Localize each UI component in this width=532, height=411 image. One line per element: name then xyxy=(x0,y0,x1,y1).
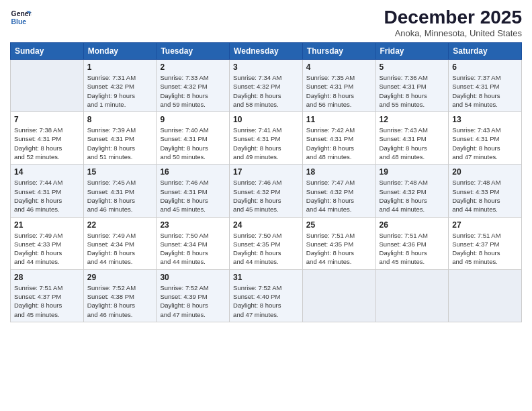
header: General Blue December 2025 Anoka, Minnes… xyxy=(10,7,522,38)
table-row: 16Sunrise: 7:46 AM Sunset: 4:31 PM Dayli… xyxy=(157,165,230,217)
day-number: 15 xyxy=(87,167,153,177)
day-info: Sunrise: 7:49 AM Sunset: 4:34 PM Dayligh… xyxy=(87,231,153,267)
day-number: 14 xyxy=(14,167,80,177)
col-friday: Friday xyxy=(375,43,449,60)
calendar-week-row: 7Sunrise: 7:38 AM Sunset: 4:31 PM Daylig… xyxy=(11,112,522,165)
table-row: 11Sunrise: 7:42 AM Sunset: 4:31 PM Dayli… xyxy=(302,112,375,165)
day-number: 26 xyxy=(380,220,445,230)
day-number: 6 xyxy=(452,62,518,72)
day-info: Sunrise: 7:49 AM Sunset: 4:33 PM Dayligh… xyxy=(14,231,80,267)
table-row: 9Sunrise: 7:40 AM Sunset: 4:31 PM Daylig… xyxy=(157,112,230,165)
table-row: 4Sunrise: 7:35 AM Sunset: 4:31 PM Daylig… xyxy=(302,60,375,112)
svg-text:Blue: Blue xyxy=(11,18,27,26)
table-row: 25Sunrise: 7:51 AM Sunset: 4:35 PM Dayli… xyxy=(302,217,375,269)
day-number: 30 xyxy=(160,273,226,282)
table-row: 21Sunrise: 7:49 AM Sunset: 4:33 PM Dayli… xyxy=(11,217,84,269)
day-info: Sunrise: 7:38 AM Sunset: 4:31 PM Dayligh… xyxy=(14,126,80,161)
day-info: Sunrise: 7:43 AM Sunset: 4:31 PM Dayligh… xyxy=(380,126,445,161)
table-row: 14Sunrise: 7:44 AM Sunset: 4:31 PM Dayli… xyxy=(11,165,84,217)
day-number: 21 xyxy=(14,220,80,230)
subtitle: Anoka, Minnesota, United States xyxy=(384,28,522,38)
day-info: Sunrise: 7:44 AM Sunset: 4:31 PM Dayligh… xyxy=(14,178,80,214)
main-title: December 2025 xyxy=(384,7,522,28)
day-info: Sunrise: 7:35 AM Sunset: 4:31 PM Dayligh… xyxy=(306,73,372,109)
table-row xyxy=(11,60,84,112)
table-row: 22Sunrise: 7:49 AM Sunset: 4:34 PM Dayli… xyxy=(83,217,157,269)
col-tuesday: Tuesday xyxy=(157,43,230,60)
day-info: Sunrise: 7:52 AM Sunset: 4:38 PM Dayligh… xyxy=(87,283,153,319)
calendar-week-row: 1Sunrise: 7:31 AM Sunset: 4:32 PM Daylig… xyxy=(11,60,522,112)
day-number: 31 xyxy=(233,273,299,282)
col-wednesday: Wednesday xyxy=(230,43,303,60)
day-number: 8 xyxy=(87,115,153,124)
day-number: 28 xyxy=(14,273,80,282)
logo-icon: General Blue xyxy=(10,7,32,28)
table-row: 31Sunrise: 7:52 AM Sunset: 4:40 PM Dayli… xyxy=(230,269,303,322)
table-row: 12Sunrise: 7:43 AM Sunset: 4:31 PM Dayli… xyxy=(375,112,449,165)
day-info: Sunrise: 7:34 AM Sunset: 4:32 PM Dayligh… xyxy=(233,73,299,109)
logo: General Blue xyxy=(10,7,32,28)
day-number: 20 xyxy=(452,167,518,177)
calendar-week-row: 14Sunrise: 7:44 AM Sunset: 4:31 PM Dayli… xyxy=(11,165,522,217)
day-info: Sunrise: 7:31 AM Sunset: 4:32 PM Dayligh… xyxy=(87,73,153,109)
table-row: 7Sunrise: 7:38 AM Sunset: 4:31 PM Daylig… xyxy=(11,112,84,165)
day-info: Sunrise: 7:45 AM Sunset: 4:31 PM Dayligh… xyxy=(87,178,153,214)
day-info: Sunrise: 7:42 AM Sunset: 4:31 PM Dayligh… xyxy=(306,126,372,161)
table-row: 26Sunrise: 7:51 AM Sunset: 4:36 PM Dayli… xyxy=(375,217,449,269)
table-row: 15Sunrise: 7:45 AM Sunset: 4:31 PM Dayli… xyxy=(83,165,157,217)
table-row: 28Sunrise: 7:51 AM Sunset: 4:37 PM Dayli… xyxy=(11,269,84,322)
day-number: 18 xyxy=(306,167,372,177)
day-info: Sunrise: 7:36 AM Sunset: 4:31 PM Dayligh… xyxy=(380,73,445,109)
table-row: 19Sunrise: 7:48 AM Sunset: 4:32 PM Dayli… xyxy=(375,165,449,217)
col-thursday: Thursday xyxy=(302,43,375,60)
day-info: Sunrise: 7:46 AM Sunset: 4:32 PM Dayligh… xyxy=(233,178,299,214)
calendar-week-row: 21Sunrise: 7:49 AM Sunset: 4:33 PM Dayli… xyxy=(11,217,522,269)
table-row: 17Sunrise: 7:46 AM Sunset: 4:32 PM Dayli… xyxy=(230,165,303,217)
day-number: 5 xyxy=(380,62,445,72)
day-number: 22 xyxy=(87,220,153,230)
table-row: 2Sunrise: 7:33 AM Sunset: 4:32 PM Daylig… xyxy=(157,60,230,112)
table-row: 20Sunrise: 7:48 AM Sunset: 4:33 PM Dayli… xyxy=(449,165,522,217)
calendar-week-row: 28Sunrise: 7:51 AM Sunset: 4:37 PM Dayli… xyxy=(11,269,522,322)
table-row: 23Sunrise: 7:50 AM Sunset: 4:34 PM Dayli… xyxy=(157,217,230,269)
day-info: Sunrise: 7:40 AM Sunset: 4:31 PM Dayligh… xyxy=(160,126,226,161)
calendar-table: Sunday Monday Tuesday Wednesday Thursday… xyxy=(10,42,522,322)
day-number: 19 xyxy=(380,167,445,177)
day-info: Sunrise: 7:47 AM Sunset: 4:32 PM Dayligh… xyxy=(306,178,372,214)
day-info: Sunrise: 7:48 AM Sunset: 4:33 PM Dayligh… xyxy=(452,178,518,214)
table-row: 6Sunrise: 7:37 AM Sunset: 4:31 PM Daylig… xyxy=(449,60,522,112)
col-saturday: Saturday xyxy=(449,43,522,60)
day-number: 23 xyxy=(160,220,226,230)
col-monday: Monday xyxy=(83,43,157,60)
table-row: 10Sunrise: 7:41 AM Sunset: 4:31 PM Dayli… xyxy=(230,112,303,165)
title-section: December 2025 Anoka, Minnesota, United S… xyxy=(384,7,522,38)
day-info: Sunrise: 7:41 AM Sunset: 4:31 PM Dayligh… xyxy=(233,126,299,161)
table-row: 30Sunrise: 7:52 AM Sunset: 4:39 PM Dayli… xyxy=(157,269,230,322)
table-row: 3Sunrise: 7:34 AM Sunset: 4:32 PM Daylig… xyxy=(230,60,303,112)
day-info: Sunrise: 7:50 AM Sunset: 4:34 PM Dayligh… xyxy=(160,231,226,267)
day-info: Sunrise: 7:33 AM Sunset: 4:32 PM Dayligh… xyxy=(160,73,226,109)
col-sunday: Sunday xyxy=(11,43,84,60)
day-number: 25 xyxy=(306,220,372,230)
day-number: 7 xyxy=(14,115,80,124)
day-info: Sunrise: 7:48 AM Sunset: 4:32 PM Dayligh… xyxy=(380,178,445,214)
day-info: Sunrise: 7:39 AM Sunset: 4:31 PM Dayligh… xyxy=(87,126,153,161)
day-number: 29 xyxy=(87,273,153,282)
table-row xyxy=(302,269,375,322)
table-row: 27Sunrise: 7:51 AM Sunset: 4:37 PM Dayli… xyxy=(449,217,522,269)
table-row xyxy=(449,269,522,322)
table-row: 5Sunrise: 7:36 AM Sunset: 4:31 PM Daylig… xyxy=(375,60,449,112)
day-info: Sunrise: 7:43 AM Sunset: 4:31 PM Dayligh… xyxy=(452,126,518,161)
day-number: 27 xyxy=(452,220,518,230)
day-info: Sunrise: 7:52 AM Sunset: 4:40 PM Dayligh… xyxy=(233,283,299,319)
day-number: 13 xyxy=(452,115,518,124)
day-number: 1 xyxy=(87,62,153,72)
calendar-header-row: Sunday Monday Tuesday Wednesday Thursday… xyxy=(11,43,522,60)
day-number: 2 xyxy=(160,62,226,72)
page-container: General Blue December 2025 Anoka, Minnes… xyxy=(0,0,532,411)
day-info: Sunrise: 7:50 AM Sunset: 4:35 PM Dayligh… xyxy=(233,231,299,267)
day-info: Sunrise: 7:46 AM Sunset: 4:31 PM Dayligh… xyxy=(160,178,226,214)
day-number: 12 xyxy=(380,115,445,124)
table-row: 8Sunrise: 7:39 AM Sunset: 4:31 PM Daylig… xyxy=(83,112,157,165)
day-number: 17 xyxy=(233,167,299,177)
